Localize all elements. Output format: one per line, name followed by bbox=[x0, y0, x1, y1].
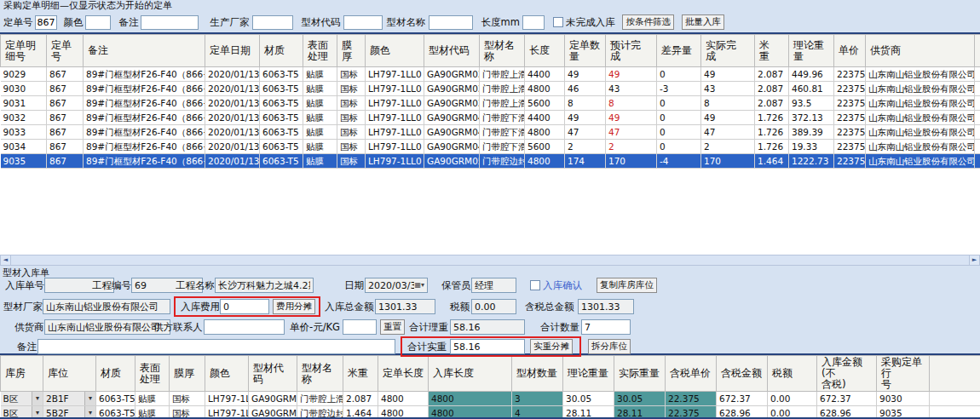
location-combo[interactable]: 5B2F▾ bbox=[43, 406, 96, 419]
scrollbar-thumb[interactable] bbox=[11, 255, 969, 266]
cell: 国标 bbox=[170, 406, 205, 419]
column-header[interactable]: 实际完 成 bbox=[701, 35, 755, 67]
column-header[interactable]: 型材名称 bbox=[297, 356, 343, 392]
dropdown-arrow-icon[interactable]: ▾ bbox=[84, 406, 95, 419]
column-header[interactable]: 长度 bbox=[525, 35, 565, 67]
dropdown-arrow-icon[interactable]: ▾ bbox=[32, 406, 43, 419]
dropdown-arrow-icon[interactable]: ▾ bbox=[84, 392, 95, 405]
filter-button[interactable]: 按条件筛选 bbox=[622, 14, 674, 30]
remark-input[interactable] bbox=[141, 15, 199, 30]
order-no-input[interactable] bbox=[35, 15, 57, 30]
column-header[interactable]: 供货商 bbox=[866, 35, 975, 67]
unfinished-checkbox[interactable] bbox=[553, 17, 563, 27]
cell: 89#门框型材F26-F40（866+867） bbox=[84, 140, 205, 154]
column-header[interactable]: 表面 处理 bbox=[303, 35, 337, 67]
column-header[interactable]: 差异量 bbox=[657, 35, 701, 67]
fee-field[interactable] bbox=[220, 299, 269, 314]
column-header[interactable]: 单价 bbox=[834, 35, 866, 67]
order-row[interactable]: 903086789#门框型材F26-F40（866+867）2020/01/13… bbox=[1, 82, 980, 96]
location-combo[interactable]: B区▾ bbox=[1, 392, 43, 406]
location-combo[interactable]: B区▾ bbox=[1, 406, 43, 419]
column-header[interactable]: 库位 bbox=[43, 356, 96, 392]
column-header[interactable]: 颜色 bbox=[205, 356, 249, 392]
column-header[interactable]: 库房 bbox=[1, 356, 43, 392]
scroll-right-icon[interactable]: ► bbox=[969, 255, 980, 266]
column-header[interactable]: 备注 bbox=[84, 35, 205, 67]
column-header[interactable]: 膜厚 bbox=[170, 356, 205, 392]
order-row[interactable]: 903386789#门框型材F26-F40（866+867）2020/01/13… bbox=[1, 125, 980, 140]
reset-button[interactable]: 重置 bbox=[380, 319, 405, 335]
fee-share-button[interactable]: 费用分摊 bbox=[273, 299, 315, 314]
column-header[interactable]: 型材代码 bbox=[424, 35, 480, 67]
profile-code-input[interactable] bbox=[343, 15, 383, 30]
column-header[interactable]: 实际重量 bbox=[614, 356, 666, 392]
inbound-row[interactable]: B区▾5B2F▾6063-T5贴膜国标LH797-1LL0GA90GRM05门带… bbox=[1, 406, 980, 419]
column-header[interactable]: 材质 bbox=[260, 35, 303, 67]
factory-field[interactable] bbox=[43, 299, 170, 314]
manufacturer-input[interactable] bbox=[252, 15, 293, 30]
supplier-field[interactable] bbox=[44, 319, 170, 335]
form-remark-field[interactable] bbox=[37, 339, 395, 354]
column-header[interactable]: 含税金额 bbox=[717, 356, 768, 392]
column-header[interactable]: 定单明 细号 bbox=[1, 35, 47, 67]
total-theory-weight-field[interactable] bbox=[450, 319, 525, 335]
column-header[interactable]: 税额 bbox=[768, 356, 817, 392]
batch-inbound-button[interactable]: 批量入库 bbox=[682, 14, 724, 30]
actual-weight-share-button[interactable]: 实重分摊 bbox=[530, 339, 573, 354]
total-with-tax-field[interactable] bbox=[578, 299, 634, 314]
profile-name-input[interactable] bbox=[429, 15, 473, 30]
project-name-field[interactable] bbox=[215, 278, 314, 293]
column-header[interactable]: 型材数量 bbox=[512, 356, 563, 392]
date-field[interactable]: 2020/03/31 ▦▾ bbox=[365, 278, 428, 293]
column-header[interactable]: 定单数 量 bbox=[565, 35, 606, 67]
column-header[interactable]: 入库长度 bbox=[429, 356, 512, 392]
column-header[interactable]: 膜 厚 bbox=[337, 35, 366, 67]
column-header[interactable]: 入库金额(不 含税) bbox=[817, 356, 877, 392]
cell: 1.726 bbox=[755, 125, 789, 140]
copy-location-button[interactable]: 复制库房库位 bbox=[597, 278, 657, 293]
cell: 22375 bbox=[834, 67, 866, 82]
column-header[interactable]: 米 重 bbox=[755, 35, 789, 67]
column-header[interactable]: 采购定单行 号 bbox=[877, 356, 930, 392]
cell: 22375 bbox=[834, 154, 866, 169]
column-header[interactable]: 型材代码 bbox=[249, 356, 297, 392]
column-header[interactable]: 米重 bbox=[343, 356, 378, 392]
inbound-confirm-checkbox[interactable] bbox=[530, 280, 540, 290]
order-row[interactable]: 903186789#门框型材F26-F40（866+867）2020/01/13… bbox=[1, 96, 980, 111]
color-input[interactable] bbox=[85, 15, 111, 30]
cell: 1222.73 bbox=[789, 154, 834, 169]
scroll-left-icon[interactable]: ◄ bbox=[0, 255, 11, 266]
horizontal-scrollbar[interactable]: ◄ ► bbox=[0, 255, 980, 266]
column-header[interactable]: 定单 号 bbox=[47, 35, 84, 67]
column-header[interactable]: 理论重量 bbox=[563, 356, 614, 392]
column-header[interactable]: 表面 处理 bbox=[135, 356, 170, 392]
dropdown-arrow-icon[interactable]: ▾ bbox=[32, 392, 43, 405]
inbound-row[interactable]: B区▾2B1F▾6063-T5贴膜国标LH797-1LL0GA90GRM03门带… bbox=[1, 392, 980, 406]
order-row[interactable]: 903486789#门框型材F26-F40（866+867）2020/01/13… bbox=[1, 140, 980, 154]
supplier-contact-field[interactable] bbox=[204, 319, 285, 335]
column-header[interactable]: 定单长度 bbox=[378, 356, 429, 392]
order-row[interactable]: 903286789#门框型材F26-F40（866+867）2020/01/13… bbox=[1, 111, 980, 125]
keeper-field[interactable] bbox=[471, 278, 516, 293]
total-actual-weight-field[interactable] bbox=[450, 339, 525, 354]
total-theory-weight-label: 合计理重 bbox=[409, 319, 448, 335]
location-combo[interactable]: 2B1F▾ bbox=[43, 392, 96, 406]
cell: 867 bbox=[47, 154, 84, 169]
column-header[interactable]: 含税单价 bbox=[666, 356, 717, 392]
order-row[interactable]: 902986789#门框型材F26-F40（866+867）2020/01/13… bbox=[1, 67, 980, 82]
length-input[interactable] bbox=[522, 15, 545, 30]
order-row[interactable]: 903586789#门框型材F26-F40（866+867）2020/01/13… bbox=[1, 154, 980, 169]
column-header[interactable]: 定单日期 bbox=[205, 35, 260, 67]
tax-field[interactable] bbox=[471, 299, 516, 314]
total-amount-field[interactable] bbox=[375, 299, 435, 314]
cell: 2020/01/13 bbox=[205, 111, 260, 125]
column-header[interactable]: 材质 bbox=[96, 356, 135, 392]
total-qty-field[interactable] bbox=[581, 319, 631, 335]
calendar-dropdown-icon[interactable]: ▦▾ bbox=[414, 281, 424, 290]
split-location-button[interactable]: 拆分库位 bbox=[588, 339, 631, 354]
column-header[interactable]: 型材名称 bbox=[480, 35, 525, 67]
column-header[interactable]: 颜色 bbox=[366, 35, 424, 67]
column-header[interactable]: 理论重 量 bbox=[789, 35, 834, 67]
unit-price-field[interactable] bbox=[343, 319, 377, 335]
column-header[interactable]: 预计完 成 bbox=[606, 35, 657, 67]
